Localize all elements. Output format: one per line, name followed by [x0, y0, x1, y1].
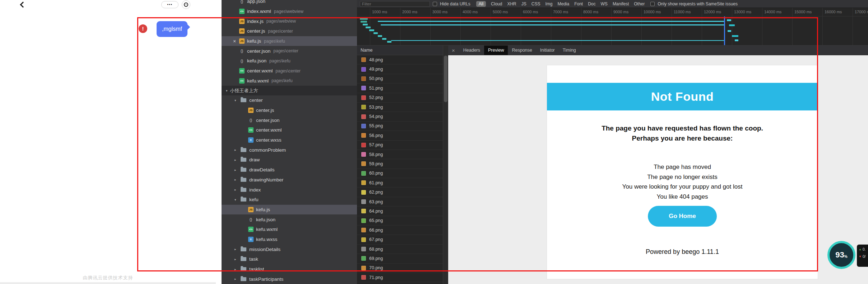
filter-chip-img[interactable]: Img: [545, 1, 552, 6]
filter-chip-js[interactable]: JS: [521, 1, 526, 6]
tree-file-item[interactable]: <>center.wxml: [222, 125, 357, 135]
close-file-icon[interactable]: ×: [233, 38, 239, 44]
tree-folder-item[interactable]: ▸taskParticipants: [222, 274, 357, 284]
scrollbar-thumb[interactable]: [444, 56, 447, 102]
tree-file-item[interactable]: JSkefu.js: [222, 205, 357, 215]
open-file-item[interactable]: JSindex.jspages\webview: [222, 16, 357, 26]
tree-folder-item[interactable]: ▾kefu: [222, 195, 357, 205]
request-row[interactable]: 65.png: [357, 216, 443, 226]
back-arrow-icon[interactable]: [20, 2, 26, 8]
go-home-button[interactable]: Go Home: [648, 206, 717, 227]
open-file-item[interactable]: <>center.wxmlpages\center: [222, 66, 357, 76]
request-name: 48.png: [369, 57, 383, 62]
capsule-home-button[interactable]: [182, 0, 190, 9]
waterfall-bar: [387, 41, 391, 43]
filter-chip-other[interactable]: Other: [634, 1, 645, 6]
open-file-item[interactable]: ×JSkefu.jspages\kefu: [222, 36, 357, 46]
request-row[interactable]: 61.png: [357, 178, 443, 188]
tree-folder-item[interactable]: ▾center: [222, 95, 357, 105]
request-row[interactable]: 66.png: [357, 226, 443, 235]
filter-chip-all[interactable]: All: [476, 1, 486, 7]
timeline-ruler[interactable]: 1000 ms2000 ms3000 ms4000 ms5000 ms6000 …: [357, 8, 868, 16]
wxss-file-icon: ≡: [248, 137, 254, 143]
target-icon: [184, 3, 188, 7]
request-row[interactable]: 56.png: [357, 131, 443, 140]
tree-label: center.wxml: [256, 127, 282, 133]
open-file-item[interactable]: {}kefu.jsonpages\kefu: [222, 56, 357, 66]
filter-chip-xhr[interactable]: XHR: [507, 1, 516, 6]
tree-folder-item[interactable]: ▸task: [222, 254, 357, 264]
request-list-scrollbar[interactable]: [443, 46, 448, 284]
hide-data-urls-checkbox[interactable]: [433, 2, 437, 6]
waterfall-overview[interactable]: [357, 16, 868, 46]
tree-folder-item[interactable]: ▸tasklist: [222, 264, 357, 274]
filter-input[interactable]: [360, 1, 430, 7]
tab-preview[interactable]: Preview: [484, 46, 508, 55]
request-row[interactable]: 67.png: [357, 235, 443, 244]
request-row[interactable]: 50.png: [357, 74, 443, 84]
open-file-item[interactable]: JScenter.jspages\center: [222, 26, 357, 36]
open-file-item[interactable]: <>kefu.wxmlpages\kefu: [222, 76, 357, 86]
tree-file-item[interactable]: ≡center.wxss: [222, 135, 357, 145]
filter-chip-ws[interactable]: WS: [601, 1, 608, 6]
close-detail-icon[interactable]: ×: [452, 47, 455, 53]
request-row[interactable]: 59.png: [357, 159, 443, 169]
performance-gauge[interactable]: 93 %: [827, 241, 855, 269]
open-file-item[interactable]: {}app.json: [222, 0, 357, 6]
grid-line: [611, 8, 612, 16]
grid-line: [853, 8, 853, 16]
request-row[interactable]: 69.png: [357, 254, 443, 263]
request-row[interactable]: 72.png: [357, 282, 443, 284]
tree-file-item[interactable]: JScenter.js: [222, 105, 357, 115]
request-row[interactable]: 48.png: [357, 55, 443, 65]
reason-line: You were looking for your puppy and got …: [547, 182, 818, 192]
request-row[interactable]: 52.png: [357, 93, 443, 103]
filter-chip-doc[interactable]: Doc: [588, 1, 595, 6]
request-row[interactable]: 60.png: [357, 169, 443, 178]
tree-file-item[interactable]: {}center.json: [222, 115, 357, 125]
filter-chip-media[interactable]: Media: [557, 1, 569, 6]
tree-folder-item[interactable]: ▸missionDetails: [222, 244, 357, 254]
tree-folder-item[interactable]: ▸index: [222, 185, 357, 195]
tab-timing[interactable]: Timing: [559, 46, 580, 55]
request-name: 54.png: [369, 114, 383, 119]
request-row[interactable]: 49.png: [357, 65, 443, 74]
tree-folder-item[interactable]: ▸draw: [222, 155, 357, 165]
open-file-item[interactable]: {}center.jsonpages\center: [222, 46, 357, 56]
image-file-icon: [361, 228, 366, 232]
tree-folder-item[interactable]: ▸commonProblem: [222, 145, 357, 155]
tree-folder-item[interactable]: ▸drawDetails: [222, 165, 357, 175]
request-row[interactable]: 68.png: [357, 245, 443, 254]
request-row[interactable]: 71.png: [357, 273, 443, 282]
filter-chip-cloud[interactable]: Cloud: [491, 1, 502, 6]
tree-folder-item[interactable]: ▸drawingNumber: [222, 175, 357, 185]
filter-chip-css[interactable]: CSS: [532, 1, 540, 6]
tree-file-item[interactable]: ≡kefu.wxss: [222, 235, 357, 245]
error-badge[interactable]: !: [139, 24, 147, 33]
request-row[interactable]: 53.png: [357, 103, 443, 112]
waterfall-bar: [729, 24, 735, 26]
tree-file-item[interactable]: {}kefu.json: [222, 214, 357, 224]
tab-response[interactable]: Response: [508, 46, 536, 55]
tree-file-item[interactable]: <>kefu.wxml: [222, 224, 357, 235]
request-row[interactable]: 55.png: [357, 122, 443, 131]
request-row[interactable]: 54.png: [357, 112, 443, 121]
stat-icon: ▼: [859, 255, 862, 258]
request-row[interactable]: 51.png: [357, 84, 443, 93]
filter-chip-manifest[interactable]: Manifest: [613, 1, 629, 6]
request-row[interactable]: 62.png: [357, 188, 443, 197]
request-name: 69.png: [369, 256, 383, 261]
request-row[interactable]: 70.png: [357, 264, 443, 273]
tab-headers[interactable]: Headers: [459, 46, 484, 55]
samesite-checkbox[interactable]: [650, 2, 655, 6]
request-row[interactable]: 58.png: [357, 150, 443, 159]
name-column-header[interactable]: Name: [357, 46, 443, 55]
project-section-header[interactable]: ▾ 小怪王者上方: [222, 86, 357, 95]
request-row[interactable]: 57.png: [357, 141, 443, 150]
capsule-more-button[interactable]: •••: [161, 1, 178, 8]
request-row[interactable]: 63.png: [357, 197, 443, 207]
open-file-item[interactable]: <>index.wxmlpages\webview: [222, 6, 357, 16]
filter-chip-font[interactable]: Font: [574, 1, 583, 6]
request-row[interactable]: 64.png: [357, 207, 443, 216]
tab-initiator[interactable]: Initiator: [536, 46, 559, 55]
